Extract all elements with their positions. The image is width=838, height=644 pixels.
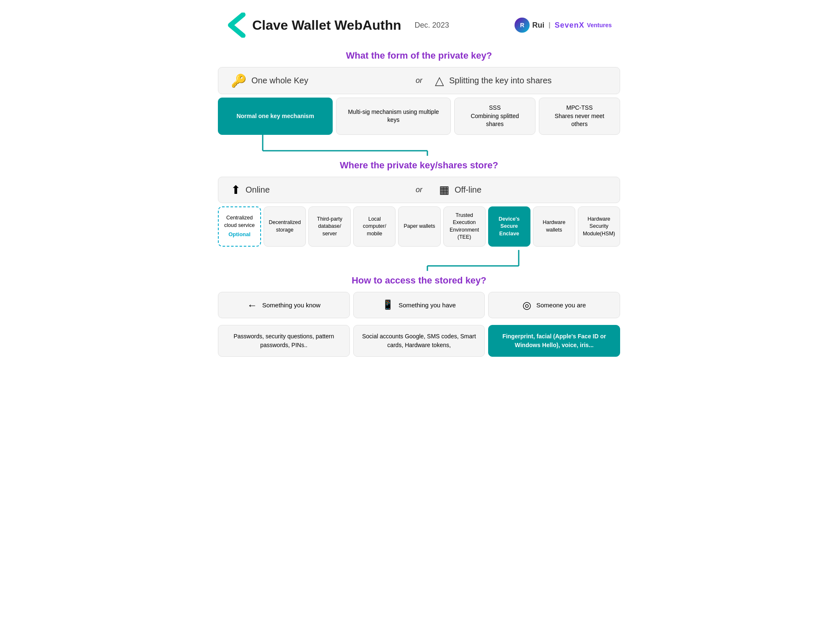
key-right: △ Splitting the key into shares <box>435 74 607 88</box>
key-icon: 🔑 <box>231 73 246 88</box>
sss-card: SSS Combining splitted shares <box>454 98 535 135</box>
someone-you-are-card: ◎ Someone you are <box>488 292 620 319</box>
hsm-label: Hardware Security Module(HSM) <box>582 216 616 238</box>
split-icon: △ <box>435 74 444 88</box>
connector-svg-1 <box>218 135 620 156</box>
normal-key-mechanism-card: Normal one key mechanism <box>218 98 333 135</box>
avatar-initial: R <box>520 22 524 28</box>
author-avatar: R <box>515 18 530 33</box>
sss-label: SSS Combining splitted shares <box>461 104 528 129</box>
hsm-card: Hardware Security Module(HSM) <box>578 206 620 247</box>
mechanism-row: Normal one key mechanism Multi-sig mecha… <box>218 98 620 135</box>
pipe-divider: | <box>548 21 550 29</box>
decentralized-label: Decentralized storage <box>267 219 302 234</box>
online-section: ⬆ Online <box>231 183 399 197</box>
mpc-tss-card: MPC-TSS Shares never meet others <box>539 98 620 135</box>
know-icon: ← <box>247 298 257 312</box>
whole-key-label: One whole Key <box>251 76 308 85</box>
something-you-have-label: Something you have <box>398 301 456 309</box>
header: Clave Wallet WebAuthn Dec. 2023 R Rui | … <box>218 8 620 46</box>
tee-label: Trusted Execution Environment (TEE) <box>447 212 482 241</box>
offline-section: ▦ Off-line <box>439 183 607 196</box>
offline-label: Off-line <box>455 185 481 195</box>
something-you-know-card: ← Something you know <box>218 292 350 319</box>
paper-wallets-card: Paper wallets <box>398 206 440 247</box>
header-date: Dec. 2023 <box>415 21 449 30</box>
have-icon: 📱 <box>382 299 393 312</box>
key-left: 🔑 One whole Key <box>231 73 403 88</box>
secure-enclave-card: Device's Secure Enclave <box>488 206 530 247</box>
connector-svg-2 <box>218 250 620 271</box>
storage-mode-row: ⬆ Online or ▦ Off-line <box>218 177 620 203</box>
online-label: Online <box>246 185 270 195</box>
hardware-wallets-label: Hardware wallets <box>537 219 572 234</box>
are-detail-label: Fingerprint, facial (Apple's Face ID or … <box>497 332 611 350</box>
secure-enclave-label: Device's Secure Enclave <box>492 216 527 238</box>
offline-icon: ▦ <box>439 183 450 196</box>
know-detail-label: Passwords, security questions, pattern p… <box>227 332 341 350</box>
multisig-label: Multi-sig mechanism using multiple keys <box>343 108 444 124</box>
company-suffix: Ventures <box>587 22 612 28</box>
or-divider-1: or <box>403 76 435 85</box>
mpc-tss-label: MPC-TSS Shares never meet others <box>546 104 613 129</box>
section3-title: How to access the stored key? <box>218 275 620 286</box>
tee-card: Trusted Execution Environment (TEE) <box>443 206 486 247</box>
app-title: Clave Wallet WebAuthn <box>252 18 401 33</box>
key-form-row: 🔑 One whole Key or △ Splitting the key i… <box>218 67 620 94</box>
centralized-cloud-label: Centralized cloud service <box>222 214 257 229</box>
section2-title: Where the private key/shares store? <box>218 160 620 171</box>
clave-logo-icon <box>226 13 247 38</box>
third-party-label: Third-party database/ server <box>312 216 347 238</box>
local-computer-label: Local computer/ mobile <box>357 216 392 238</box>
splitting-label: Splitting the key into shares <box>449 76 552 85</box>
storage-options-row: Centralized cloud service Optional Decen… <box>218 206 620 247</box>
company-name: SevenX <box>555 21 585 30</box>
something-you-have-card: 📱 Something you have <box>353 292 485 319</box>
decentralized-storage-card: Decentralized storage <box>264 206 306 247</box>
optional-label: Optional <box>228 231 251 238</box>
section1-title: What the form of the private key? <box>218 50 620 61</box>
online-icon: ⬆ <box>231 183 241 197</box>
have-detail-card: Social accounts Google, SMS codes, Smart… <box>353 325 485 357</box>
someone-you-are-label: Someone you are <box>536 301 586 309</box>
multisig-card: Multi-sig mechanism using multiple keys <box>336 98 451 135</box>
detail-row: Passwords, security questions, pattern p… <box>218 325 620 357</box>
know-detail-card: Passwords, security questions, pattern p… <box>218 325 350 357</box>
something-you-know-label: Something you know <box>262 301 321 309</box>
third-party-db-card: Third-party database/ server <box>308 206 351 247</box>
access-row: ← Something you know 📱 Something you hav… <box>218 292 620 319</box>
are-detail-card: Fingerprint, facial (Apple's Face ID or … <box>488 325 620 357</box>
paper-wallets-label: Paper wallets <box>403 223 435 230</box>
are-icon: ◎ <box>522 298 531 312</box>
have-detail-label: Social accounts Google, SMS codes, Smart… <box>362 332 476 350</box>
or-divider-2: or <box>399 185 439 194</box>
brand-logo: R Rui | SevenX Ventures <box>515 18 612 33</box>
local-computer-card: Local computer/ mobile <box>353 206 396 247</box>
author-name: Rui <box>532 21 544 30</box>
centralized-cloud-card: Centralized cloud service Optional <box>218 206 261 247</box>
header-left: Clave Wallet WebAuthn Dec. 2023 <box>226 13 449 38</box>
hardware-wallets-card: Hardware wallets <box>533 206 575 247</box>
connector-area-2 <box>218 250 620 271</box>
normal-key-mechanism-label: Normal one key mechanism <box>236 112 314 121</box>
connector-area-1 <box>218 135 620 156</box>
